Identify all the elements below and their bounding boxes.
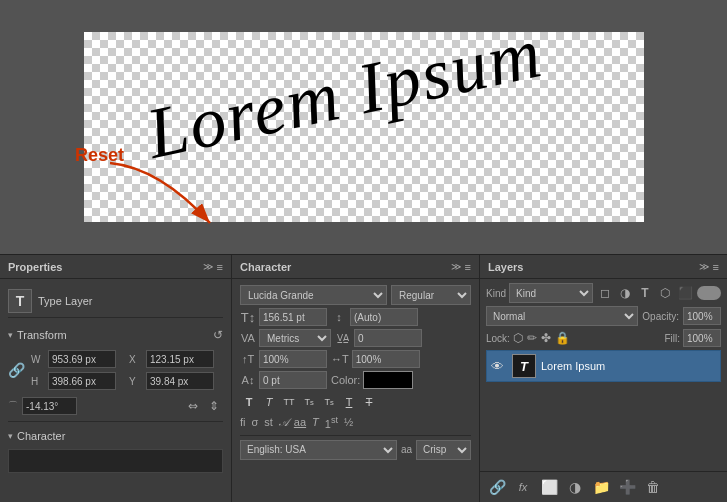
ord-lig[interactable]: T (312, 416, 319, 428)
strikethrough-btn[interactable]: T (360, 393, 378, 411)
fill-input[interactable] (683, 329, 721, 347)
x-input[interactable] (146, 350, 214, 368)
bold-btn[interactable]: T (240, 393, 258, 411)
mask-icon[interactable]: ⬜ (538, 476, 560, 498)
underline-btn[interactable]: T (340, 393, 358, 411)
opacity-input[interactable] (683, 307, 721, 325)
link-layers-icon[interactable]: 🔗 (486, 476, 508, 498)
transform-section-header[interactable]: ▾ Transform ↺ (8, 324, 223, 346)
color-swatch[interactable] (363, 371, 413, 389)
layers-filter-row: Kind Kind ◻ ◑ T ⬡ ⬛ (486, 283, 721, 303)
type-layer-row: T Type Layer (8, 285, 223, 318)
filter-toggle[interactable] (697, 286, 721, 300)
smart-filter-icon[interactable]: ⬛ (676, 284, 694, 302)
angle-row: ⌒ ⇔ ⇕ (8, 397, 223, 415)
vertical-scale-group: ↑T (240, 350, 327, 368)
filter-select[interactable]: Kind (509, 283, 593, 303)
italic-btn[interactable]: T (260, 393, 278, 411)
angle-input[interactable] (22, 397, 77, 415)
subscript-btn[interactable]: Ts (320, 393, 338, 411)
angle-icons: ⇔ ⇕ (184, 397, 223, 415)
lock-all-icon[interactable]: 🔒 (555, 331, 570, 345)
layers-menu[interactable]: ≡ (713, 261, 719, 273)
font-style-select[interactable]: Regular (391, 285, 471, 305)
adjustment-icon[interactable]: ◑ (564, 476, 586, 498)
st-lig[interactable]: st (264, 416, 273, 428)
character-header: Character ≫ ≡ (232, 255, 479, 279)
baseline-group: A↕ (240, 371, 327, 389)
x-label: X (129, 354, 143, 365)
transform-reset-icon[interactable]: ↺ (213, 328, 223, 342)
language-select[interactable]: English: USA (240, 440, 397, 460)
aa-lig[interactable]: aa (294, 416, 306, 428)
h-input[interactable] (48, 372, 116, 390)
horizontal-scale-icon: ↔T (331, 353, 349, 365)
filter-label: Kind (486, 288, 506, 299)
blend-row: Normal Opacity: (486, 306, 721, 326)
or-lig[interactable]: σ (252, 416, 259, 428)
blend-mode-select[interactable]: Normal (486, 306, 638, 326)
font-family-select[interactable]: Lucida Grande (240, 285, 387, 305)
lock-label: Lock: (486, 333, 510, 344)
delete-layer-icon[interactable]: 🗑 (642, 476, 664, 498)
properties-menu[interactable]: ≡ (217, 261, 223, 273)
layers-header: Layers ≫ ≡ (480, 255, 727, 279)
superscript-btn[interactable]: Ts (300, 393, 318, 411)
character-menu[interactable]: ≡ (465, 261, 471, 273)
lock-artboard-icon[interactable]: ✤ (541, 331, 551, 345)
panel-properties: Properties ≫ ≡ T Type Layer ▾ Transform … (0, 255, 232, 502)
character-preview (8, 449, 223, 473)
character-collapse[interactable]: ≫ (451, 261, 461, 272)
anti-alias-select[interactable]: Crisp (416, 440, 471, 460)
adjustment-filter-icon[interactable]: ◑ (616, 284, 634, 302)
fx-icon[interactable]: fx (512, 476, 534, 498)
tracking-group: V̲A̲ (335, 329, 422, 347)
layer-name: Lorem Ipsum (541, 360, 716, 372)
leading-input[interactable] (350, 308, 418, 326)
link-icon[interactable]: 🔗 (8, 362, 25, 378)
properties-header: Properties ≫ ≡ (0, 255, 231, 279)
character-title: Character (240, 261, 291, 273)
script-lig[interactable]: 𝒜 (279, 416, 288, 429)
flip-v-icon[interactable]: ⇕ (205, 397, 223, 415)
font-size-icon: T↕ (240, 310, 256, 325)
transform-chevron: ▾ (8, 330, 13, 340)
tracking-input[interactable] (354, 329, 422, 347)
layer-visibility-icon[interactable]: 👁 (491, 359, 507, 374)
baseline-input[interactable] (259, 371, 327, 389)
tt-btn[interactable]: TT (280, 393, 298, 411)
shape-filter-icon[interactable]: ⬡ (656, 284, 674, 302)
new-layer-icon[interactable]: ➕ (616, 476, 638, 498)
lock-position-icon[interactable]: ✏ (527, 331, 537, 345)
reset-arrow (100, 158, 220, 238)
sup-lig[interactable]: 1st (325, 415, 338, 430)
type-layer-label: Type Layer (38, 295, 92, 307)
y-input[interactable] (146, 372, 214, 390)
lock-pixel-icon[interactable]: ⬡ (513, 331, 523, 345)
layers-collapse[interactable]: ≫ (699, 261, 709, 272)
type-filter-icon[interactable]: T (636, 284, 654, 302)
horizontal-scale-input[interactable] (352, 350, 420, 368)
kerning-icon: VA (240, 332, 256, 344)
vertical-scale-input[interactable] (259, 350, 327, 368)
frac-lig[interactable]: ½ (344, 416, 353, 428)
flip-h-icon[interactable]: ⇔ (184, 397, 202, 415)
layers-title: Layers (488, 261, 523, 273)
character-label: Character (17, 430, 65, 442)
canvas-area: Lorem Ipsum Reset (0, 0, 727, 254)
layer-item[interactable]: 👁 T Lorem Ipsum (486, 350, 721, 382)
pixel-filter-icon[interactable]: ◻ (596, 284, 614, 302)
properties-collapse[interactable]: ≫ (203, 261, 213, 272)
kerning-select[interactable]: Metrics (259, 329, 331, 347)
panels-row: Properties ≫ ≡ T Type Layer ▾ Transform … (0, 254, 727, 502)
fi-lig[interactable]: fi (240, 416, 246, 428)
new-group-icon[interactable]: 📁 (590, 476, 612, 498)
font-size-input[interactable] (259, 308, 327, 326)
type-layer-icon: T (8, 289, 32, 313)
layers-toolbar: 🔗 fx ⬜ ◑ 📁 ➕ 🗑 (480, 471, 727, 502)
vertical-scale-icon: ↑T (240, 353, 256, 365)
w-input[interactable] (48, 350, 116, 368)
transform-grid: W X H Y (31, 350, 223, 390)
layer-thumbnail: T (512, 354, 536, 378)
character-section-header[interactable]: ▾ Character (8, 426, 223, 446)
